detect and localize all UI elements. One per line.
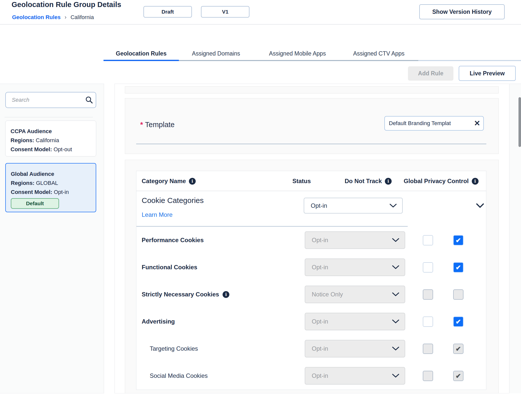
learn-more-link[interactable]: Learn More: [142, 211, 173, 218]
live-preview-button[interactable]: Live Preview: [459, 66, 516, 81]
status-badge: Draft: [143, 6, 192, 18]
status-select: Opt-in: [305, 231, 405, 249]
geolocation-rule-group-details-page: Geolocation Rule Group Details Geolocati…: [0, 0, 521, 420]
tab-strip-divider-right: [418, 60, 521, 61]
do-not-track-checkbox: ✔: [423, 289, 433, 300]
category-row-social-media-cookies: Social Media Cookies Opt-in ✔ ✔: [136, 362, 486, 389]
group-title: Cookie Categories: [142, 196, 204, 205]
do-not-track-info-icon[interactable]: i: [385, 178, 392, 185]
footer-action-bar: Cancel Save: [0, 394, 521, 420]
tab-assigned-mobile-apps[interactable]: Assigned Mobile Apps: [253, 47, 342, 60]
add-rule-button[interactable]: Add Rule: [408, 66, 453, 81]
do-not-track-checkbox: ✔: [423, 344, 433, 354]
category-row-performance-cookies: Performance Cookies Opt-in ✔ ✔: [136, 227, 486, 254]
global-privacy-control-checkbox[interactable]: ✔: [453, 317, 463, 327]
global-privacy-control-checkbox: ✔: [453, 371, 463, 381]
required-marker: *: [140, 121, 143, 129]
cookie-categories-group-row: Cookie Categories Learn More Opt-in: [136, 191, 486, 227]
tab-strip-divider: [179, 60, 418, 61]
global-privacy-control-checkbox: ✔: [453, 344, 463, 354]
column-do-not-track: Do Not Track i: [345, 171, 392, 191]
global-privacy-control-info-icon[interactable]: i: [472, 178, 479, 185]
sidebar-divider: [5, 117, 93, 117]
category-row-advertising: Advertising Opt-in ✔ ✔: [136, 308, 486, 335]
tab-assigned-ctv-apps[interactable]: Assigned CTV Apps: [342, 47, 416, 60]
category-name: Functional Cookies: [142, 254, 197, 281]
chevron-down-icon: [392, 265, 399, 269]
page-title: Geolocation Rule Group Details: [12, 1, 121, 9]
audience-name: Global Audience: [11, 170, 91, 179]
global-privacy-control-checkbox: ✔: [453, 289, 463, 300]
audience-regions: Regions: California: [11, 136, 91, 145]
status-select: Opt-in: [305, 367, 405, 385]
default-audience-badge: Default: [11, 198, 59, 209]
audience-sidebar: CCPA Audience Regions: California Consen…: [0, 84, 104, 393]
tab-geolocation-rules[interactable]: Geolocation Rules: [103, 47, 179, 60]
active-tab-indicator: [103, 60, 179, 61]
audience-card-global-selected[interactable]: Global Audience Regions: GLOBAL Consent …: [5, 163, 96, 212]
header-divider: [0, 24, 521, 25]
global-privacy-control-checkbox[interactable]: ✔: [453, 235, 463, 245]
table-header-row: Category Name i Status Do Not Track i Gl…: [136, 171, 486, 191]
audience-search: [5, 92, 96, 108]
collapse-group-chevron-icon[interactable]: [476, 203, 484, 208]
audience-consent-model: Consent Model: Opt-out: [11, 145, 91, 154]
rule-detail-scroll-area: *Template Default Branding Templat ✕ Cat…: [115, 84, 509, 393]
breadcrumb-current: California: [71, 14, 94, 20]
scrollbar-thumb[interactable]: [518, 97, 521, 147]
do-not-track-checkbox[interactable]: ✔: [423, 262, 433, 273]
chevron-down-icon: [390, 204, 397, 208]
category-row-targeting-cookies: Targeting Cookies Opt-in ✔ ✔: [136, 335, 486, 362]
status-select: Opt-in: [305, 258, 405, 276]
global-privacy-control-checkbox[interactable]: ✔: [453, 262, 463, 273]
category-row-strictly-necessary-cookies: Strictly Necessary Cookies i Notice Only…: [136, 281, 486, 308]
search-input[interactable]: [6, 97, 85, 103]
chevron-down-icon: [392, 347, 399, 351]
template-chip-value: Default Branding Templat: [389, 120, 474, 127]
status-select: Notice Only: [305, 286, 405, 303]
audience-card-ccpa[interactable]: CCPA Audience Regions: California Consen…: [5, 121, 96, 156]
chevron-down-icon: [392, 320, 399, 324]
category-name: Strictly Necessary Cookies i: [142, 281, 229, 308]
template-field-underline: [136, 144, 486, 144]
category-name: Performance Cookies: [142, 227, 204, 254]
audience-name: CCPA Audience: [11, 127, 91, 136]
template-chip[interactable]: Default Branding Templat ✕: [384, 116, 484, 131]
category-name: Targeting Cookies: [150, 335, 198, 362]
audience-consent-model: Consent Model: Opt-in: [11, 188, 91, 197]
chevron-down-icon: [392, 238, 399, 242]
do-not-track-checkbox[interactable]: ✔: [423, 317, 433, 327]
clear-template-icon[interactable]: ✕: [474, 120, 480, 127]
template-section: *Template Default Branding Templat ✕: [125, 98, 499, 154]
column-global-privacy-control: Global Privacy Control i: [404, 171, 479, 191]
do-not-track-checkbox[interactable]: ✔: [423, 235, 433, 245]
categories-table: Category Name i Status Do Not Track i Gl…: [136, 171, 486, 390]
chevron-down-icon: [392, 374, 399, 378]
category-name: Advertising: [142, 308, 175, 335]
column-category-name: Category Name i: [142, 171, 196, 191]
scrolled-panel-edge: [125, 86, 499, 93]
breadcrumb-parent-link[interactable]: Geolocation Rules: [12, 14, 61, 20]
do-not-track-checkbox: ✔: [423, 371, 433, 381]
breadcrumb: Geolocation Rules › California: [12, 14, 94, 21]
status-select: Opt-in: [305, 313, 405, 330]
search-icon: [85, 96, 93, 104]
category-name: Social Media Cookies: [150, 362, 208, 389]
template-label: *Template: [140, 121, 175, 129]
category-row-functional-cookies: Functional Cookies Opt-in ✔ ✔: [136, 254, 486, 281]
group-status-select[interactable]: Opt-in: [304, 198, 403, 214]
breadcrumb-separator: ›: [65, 14, 66, 20]
column-status: Status: [292, 171, 311, 191]
audience-regions: Regions: GLOBAL: [11, 179, 91, 188]
vertical-scrollbar[interactable]: [509, 84, 521, 393]
category-name-info-icon[interactable]: i: [189, 178, 196, 185]
strictly-necessary-info-icon[interactable]: i: [223, 291, 229, 298]
categories-section: Category Name i Status Do Not Track i Gl…: [125, 160, 499, 393]
status-select: Opt-in: [305, 340, 405, 357]
chevron-down-icon: [392, 292, 399, 296]
tab-assigned-domains[interactable]: Assigned Domains: [179, 47, 253, 60]
version-badge: V1: [201, 6, 249, 18]
show-version-history-button[interactable]: Show Version History: [419, 4, 505, 19]
